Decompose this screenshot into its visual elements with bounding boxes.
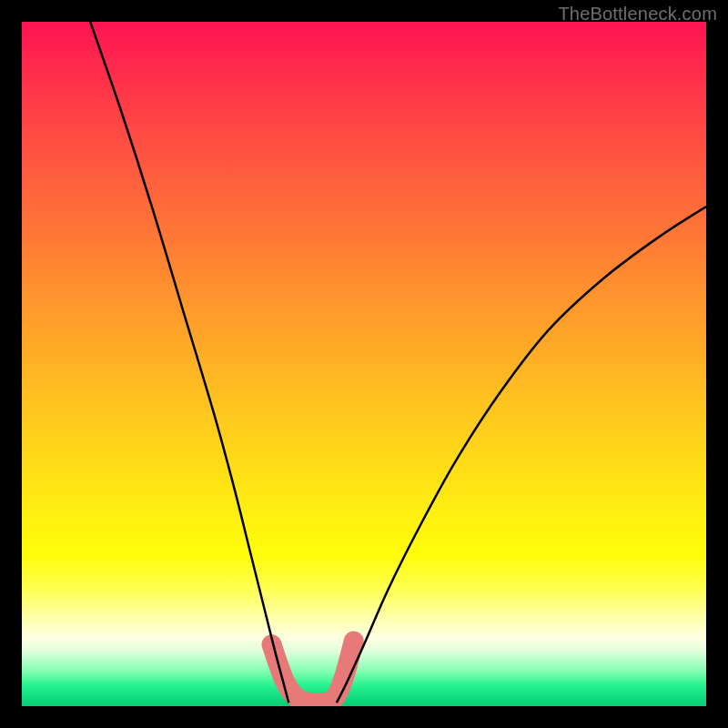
- plot-area: [22, 22, 706, 706]
- chart-stage: TheBottleneck.com: [0, 0, 728, 728]
- right-curve: [337, 207, 706, 703]
- watermark-label: TheBottleneck.com: [558, 4, 717, 25]
- left-curve: [90, 22, 288, 703]
- chart-svg: [22, 22, 706, 706]
